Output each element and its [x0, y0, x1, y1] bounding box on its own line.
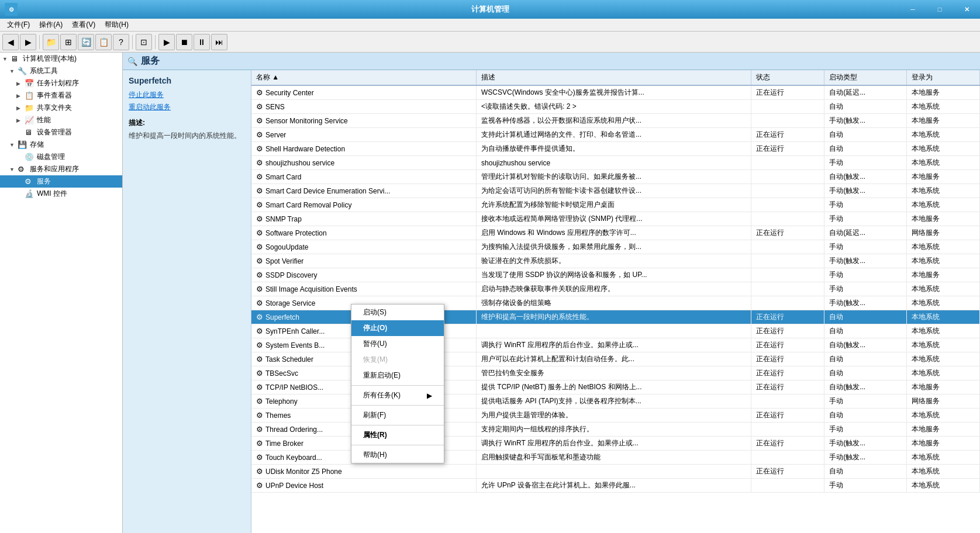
toolbar-restart[interactable]: ⏭	[211, 34, 227, 50]
service-desc-cell: 为搜狗输入法提供升级服务，如果禁用此服务，则...	[477, 240, 751, 254]
menu-help[interactable]: 帮助(H)	[100, 19, 133, 31]
table-row[interactable]: ⚙SSDP Discovery当发现了使用 SSDP 协议的网络设备和服务，如 …	[251, 268, 980, 282]
context-menu-item-pause[interactable]: 暂停(U)	[351, 336, 444, 352]
service-icon: ⚙	[256, 116, 263, 125]
col-header-logon[interactable]: 登录为	[906, 70, 979, 85]
table-row[interactable]: ⚙SogouUpdate为搜狗输入法提供升级服务，如果禁用此服务，则...手动本…	[251, 240, 980, 254]
toolbar-help[interactable]: ?	[113, 34, 129, 50]
service-logon-cell: 本地服务	[906, 170, 979, 184]
toolbar-export[interactable]: 📋	[95, 34, 112, 50]
table-row[interactable]: ⚙Security CenterWSCSVC(Windows 安全中心)服务监视…	[251, 85, 980, 100]
service-icon: ⚙	[256, 102, 263, 111]
tree-item-device-manager[interactable]: 🖥 设备管理器	[0, 126, 122, 139]
stop-service-link[interactable]: 停止此服务	[129, 90, 245, 100]
toolbar-refresh[interactable]: 🔄	[78, 34, 94, 50]
tree-item-system-tools[interactable]: ▼ 🔧 系统工具	[0, 65, 122, 77]
maximize-button[interactable]: □	[926, 0, 953, 19]
tree-item-computer[interactable]: ▼ 🖥 计算机管理(本地)	[0, 53, 122, 65]
service-icon: ⚙	[256, 144, 263, 153]
service-starttype-cell: 自动(延迟...	[824, 226, 907, 240]
tree-item-wmi[interactable]: 🔬 WMI 控件	[0, 188, 122, 200]
tree-item-storage[interactable]: ▼ 💾 存储	[0, 139, 122, 151]
context-menu-item-stop[interactable]: 停止(O)	[351, 320, 444, 336]
tree-item-task-scheduler[interactable]: ▶ 📅 任务计划程序	[0, 77, 122, 89]
context-menu-item-properties[interactable]: 属性(R)	[351, 427, 444, 443]
table-row[interactable]: ⚙Shell Hardware Detection为自动播放硬件事件提供通知。正…	[251, 142, 980, 156]
tree-item-services[interactable]: ⚙ 服务	[0, 175, 122, 188]
toolbar-play[interactable]: ▶	[158, 34, 175, 50]
menu-file[interactable]: 文件(F)	[2, 19, 34, 31]
toolbar-show-hide[interactable]: ⊞	[60, 34, 77, 50]
service-starttype-cell: 手动	[824, 423, 907, 437]
service-starttype-cell: 手动(触发...	[824, 451, 907, 465]
service-starttype-cell: 手动(触发...	[824, 437, 907, 451]
service-desc-cell: 管理此计算机对智能卡的读取访问。如果此服务被...	[477, 170, 751, 184]
tree-item-event-viewer[interactable]: ▶ 📋 事件查看器	[0, 89, 122, 102]
table-row[interactable]: ⚙Server支持此计算机通过网络的文件、打印、和命名管道...正在运行自动本地…	[251, 128, 980, 142]
table-row[interactable]: ⚙SNMP Trap接收本地或远程简单网络管理协议 (SNMP) 代理程...手…	[251, 212, 980, 226]
service-logon-cell: 本地系统	[906, 156, 979, 170]
context-menu-item-refresh[interactable]: 刷新(F)	[351, 407, 444, 423]
service-status-cell	[751, 156, 824, 170]
col-header-desc[interactable]: 描述	[477, 70, 751, 85]
service-desc-cell: shoujizhushou service	[477, 156, 751, 170]
service-status-cell	[751, 394, 824, 409]
tree-item-services-apps[interactable]: ▼ ⚙ 服务和应用程序	[0, 163, 122, 175]
context-menu-item-help[interactable]: 帮助(H)	[351, 447, 444, 463]
service-starttype-cell: 自动	[824, 324, 907, 338]
table-row[interactable]: ⚙Spot Verifier验证潜在的文件系统损坏。手动(触发...本地系统	[251, 254, 980, 268]
close-button[interactable]: ✕	[953, 0, 980, 19]
menu-view[interactable]: 查看(V)	[67, 19, 100, 31]
col-header-name[interactable]: 名称 ▲	[251, 70, 477, 85]
table-row[interactable]: ⚙UDisk Monitor Z5 Phone正在运行自动本地系统	[251, 465, 980, 479]
table-row[interactable]: ⚙Still Image Acquisition Events启动与静态映像获取…	[251, 282, 980, 296]
context-menu-separator	[351, 425, 444, 425]
table-row[interactable]: ⚙SENS<读取描述失败。错误代码: 2 >自动本地系统	[251, 100, 980, 114]
services-table-area[interactable]: 名称 ▲ 描述 状态 启动类型 登录为 ⚙Security CenterWSCS…	[251, 70, 980, 533]
table-row[interactable]: ⚙Smart Card Device Enumeration Servi...为…	[251, 184, 980, 198]
toolbar-back[interactable]: ◀	[2, 34, 19, 50]
service-name-cell: ⚙Sensor Monitoring Service	[251, 114, 477, 128]
context-menu-item-all-tasks[interactable]: 所有任务(K)▶	[351, 387, 444, 403]
service-logon-cell: 本地系统	[906, 184, 979, 198]
col-header-status[interactable]: 状态	[751, 70, 824, 85]
tree-item-shared-folders[interactable]: ▶ 📁 共享文件夹	[0, 102, 122, 114]
table-row[interactable]: ⚙shoujizhushou serviceshoujizhushou serv…	[251, 156, 980, 170]
service-desc-cell	[477, 465, 751, 479]
service-starttype-cell: 自动	[824, 128, 907, 142]
service-name-cell: ⚙UDisk Monitor Z5 Phone	[251, 465, 477, 479]
toolbar-sep3	[155, 35, 156, 49]
restart-service-link[interactable]: 重启动此服务	[129, 102, 245, 112]
context-menu-separator	[351, 445, 444, 445]
context-menu-item-resume: 恢复(M)	[351, 352, 444, 368]
service-starttype-cell: 自动(触发...	[824, 170, 907, 184]
context-menu-item-restart[interactable]: 重新启动(E)	[351, 368, 444, 383]
table-row[interactable]: ⚙Smart Card管理此计算机对智能卡的读取访问。如果此服务被...自动(触…	[251, 170, 980, 184]
service-logon-cell: 本地系统	[906, 366, 979, 380]
service-icon: ⚙	[256, 172, 263, 181]
toolbar-pause[interactable]: ⏸	[194, 34, 210, 50]
service-logon-cell: 本地系统	[906, 282, 979, 296]
table-row[interactable]: ⚙Sensor Monitoring Service监视各种传感器，以公开数据和…	[251, 114, 980, 128]
service-logon-cell: 本地系统	[906, 324, 979, 338]
toolbar-stop[interactable]: ⏹	[176, 34, 192, 50]
service-starttype-cell: 自动	[824, 310, 907, 324]
context-menu-item-start[interactable]: 启动(S)	[351, 304, 444, 320]
toolbar-target[interactable]: ⊡	[136, 34, 152, 50]
col-header-starttype[interactable]: 启动类型	[824, 70, 907, 85]
tree-item-performance[interactable]: ▶ 📈 性能	[0, 114, 122, 126]
window-controls: ─ □ ✕	[899, 0, 980, 19]
toolbar-up[interactable]: 📁	[43, 34, 59, 50]
service-logon-cell: 本地系统	[906, 409, 979, 423]
minimize-button[interactable]: ─	[899, 0, 926, 19]
service-logon-cell: 本地系统	[906, 128, 979, 142]
menu-action[interactable]: 操作(A)	[34, 19, 67, 31]
table-row[interactable]: ⚙Software Protection启用 Windows 和 Windows…	[251, 226, 980, 240]
tree-item-disk-management[interactable]: 💿 磁盘管理	[0, 151, 122, 163]
service-name-cell: ⚙SogouUpdate	[251, 240, 477, 254]
table-row[interactable]: ⚙UPnP Device Host允许 UPnP 设备宿主在此计算机上。如果停此…	[251, 479, 980, 493]
table-row[interactable]: ⚙Smart Card Removal Policy允许系统配置为移除智能卡时锁…	[251, 198, 980, 212]
toolbar-forward[interactable]: ▶	[20, 34, 36, 50]
service-desc-cell: 维护和提高一段时间内的系统性能。	[477, 310, 751, 324]
info-panel: Superfetch 停止此服务 重启动此服务 描述: 维护和提高一段时间内的系…	[123, 70, 251, 533]
